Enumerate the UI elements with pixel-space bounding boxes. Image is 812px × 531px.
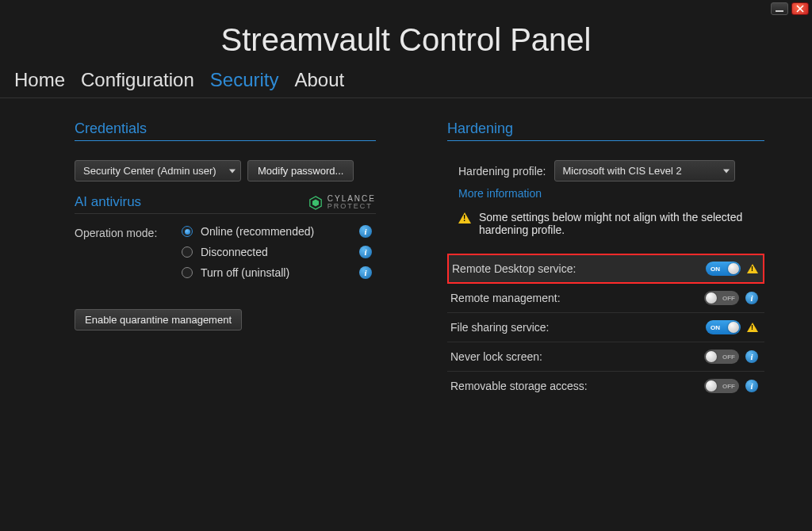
- cylance-logo: CYLANCE PROTECT: [308, 195, 376, 210]
- warning-icon: [747, 323, 758, 332]
- service-row-file-sharing: File sharing service:: [447, 313, 764, 342]
- service-label: Removable storage access:: [450, 380, 588, 392]
- nav-home[interactable]: Home: [14, 69, 65, 91]
- enable-quarantine-button[interactable]: Enable quarantine management: [75, 309, 242, 330]
- user-dropdown-value: Security Center (Admin user): [83, 165, 216, 177]
- modify-password-button[interactable]: Modify password...: [247, 160, 354, 181]
- nav-security[interactable]: Security: [210, 69, 279, 91]
- service-row-never-lock: Never lock screen: i: [447, 342, 764, 372]
- radio-disconnected-label: Disconnected: [201, 246, 351, 258]
- radio-online-label: Online (recommended): [201, 225, 351, 238]
- chevron-down-icon: [723, 169, 730, 173]
- credentials-heading: Credentials: [75, 120, 376, 141]
- warning-icon: [747, 264, 758, 273]
- toggle-file-sharing[interactable]: [706, 320, 741, 334]
- warning-icon: [458, 212, 471, 223]
- radio-online[interactable]: [182, 226, 193, 237]
- app-title: Streamvault Control Panel: [0, 22, 812, 58]
- radio-turnoff[interactable]: [182, 267, 193, 278]
- info-icon[interactable]: i: [745, 380, 758, 392]
- hardening-profile-value: Microsoft with CIS Level 2: [563, 165, 682, 177]
- main-nav: Home Configuration Security About: [0, 69, 812, 98]
- antivirus-heading: AI antivirus: [75, 194, 141, 210]
- toggle-removable-storage[interactable]: [704, 379, 739, 393]
- hardening-profile-dropdown[interactable]: Microsoft with CIS Level 2: [554, 160, 735, 181]
- service-list: Remote Desktop service: Remote managemen…: [447, 254, 764, 400]
- nav-about[interactable]: About: [295, 69, 345, 91]
- svg-marker-3: [312, 199, 319, 206]
- info-icon[interactable]: i: [359, 246, 372, 258]
- info-icon[interactable]: i: [745, 350, 758, 363]
- chevron-down-icon: [229, 169, 236, 173]
- service-label: Remote Desktop service:: [452, 262, 576, 275]
- close-button[interactable]: [791, 2, 809, 15]
- minimize-button[interactable]: [771, 2, 788, 15]
- hardening-profile-label: Hardening profile:: [458, 165, 546, 178]
- service-label: Remote management:: [450, 292, 561, 304]
- service-label: File sharing service:: [450, 321, 550, 334]
- toggle-remote-management[interactable]: [704, 291, 739, 305]
- hardening-warning-text: Some settings below might not align with…: [479, 211, 764, 236]
- user-dropdown[interactable]: Security Center (Admin user): [75, 160, 241, 181]
- toggle-never-lock[interactable]: [704, 350, 739, 364]
- service-row-remote-management: Remote management: i: [447, 284, 764, 313]
- service-label: Never lock screen:: [450, 350, 542, 363]
- more-information-link[interactable]: More information: [458, 187, 542, 200]
- service-row-remote-desktop: Remote Desktop service:: [447, 254, 764, 284]
- service-row-removable-storage: Removable storage access: i: [447, 372, 764, 400]
- radio-turnoff-label: Turn off (uninstall): [201, 266, 351, 279]
- radio-disconnected[interactable]: [182, 246, 193, 258]
- hardening-heading: Hardening: [447, 120, 764, 141]
- info-icon[interactable]: i: [359, 225, 372, 238]
- info-icon[interactable]: i: [745, 292, 758, 304]
- nav-configuration[interactable]: Configuration: [81, 69, 194, 91]
- toggle-remote-desktop[interactable]: [706, 262, 741, 276]
- operation-mode-label: Operation mode:: [75, 225, 166, 287]
- info-icon[interactable]: i: [359, 266, 372, 279]
